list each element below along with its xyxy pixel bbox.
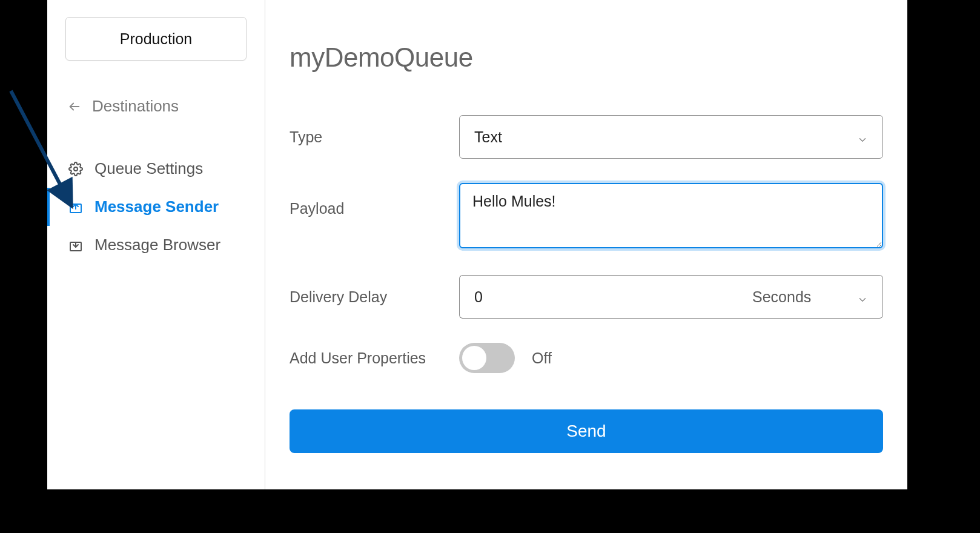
sidebar-item-message-browser[interactable]: Message Browser — [47, 226, 265, 264]
environment-selector[interactable]: Production — [65, 17, 247, 61]
sidebar-item-queue-settings[interactable]: Queue Settings — [47, 150, 265, 188]
toggle-knob — [462, 346, 486, 370]
user-properties-state: Off — [532, 349, 552, 367]
main-panel: myDemoQueue Type Text Payload — [265, 0, 907, 489]
row-type: Type Text — [290, 115, 883, 159]
send-button-label: Send — [566, 422, 606, 440]
app-frame: Production Destinations Queue Settings M… — [47, 0, 907, 489]
delivery-delay-unit-value: Seconds — [752, 288, 811, 306]
page-title: myDemoQueue — [290, 42, 883, 73]
row-delivery-delay: Delivery Delay Seconds — [290, 275, 883, 319]
sidebar: Production Destinations Queue Settings M… — [47, 0, 265, 489]
user-properties-label: Add User Properties — [290, 349, 459, 367]
chevron-down-icon — [857, 291, 868, 302]
sidebar-item-message-sender[interactable]: Message Sender — [47, 188, 265, 226]
sidebar-item-label: Message Sender — [94, 197, 219, 216]
send-button[interactable]: Send — [290, 409, 883, 453]
type-select-value: Text — [474, 128, 502, 146]
svg-point-1 — [74, 167, 78, 171]
payload-textarea[interactable] — [459, 183, 883, 248]
inbox-icon — [68, 237, 84, 253]
delivery-delay-label: Delivery Delay — [290, 288, 459, 306]
environment-label: Production — [120, 30, 193, 48]
type-label: Type — [290, 128, 459, 146]
back-destinations[interactable]: Destinations — [47, 97, 265, 116]
gear-icon — [68, 161, 84, 177]
arrow-left-icon — [68, 100, 81, 113]
delivery-delay-input[interactable] — [459, 275, 738, 319]
sidebar-item-label: Message Browser — [94, 236, 220, 254]
type-select[interactable]: Text — [459, 115, 883, 159]
chevron-down-icon — [857, 131, 868, 142]
delivery-delay-unit-select[interactable]: Seconds — [738, 275, 883, 319]
send-out-icon — [68, 199, 84, 215]
payload-label: Payload — [290, 183, 459, 217]
user-properties-toggle[interactable] — [459, 343, 515, 373]
row-payload: Payload — [290, 183, 883, 251]
row-user-properties: Add User Properties Off — [290, 343, 883, 373]
back-label: Destinations — [92, 97, 179, 116]
sidebar-item-label: Queue Settings — [94, 159, 203, 178]
